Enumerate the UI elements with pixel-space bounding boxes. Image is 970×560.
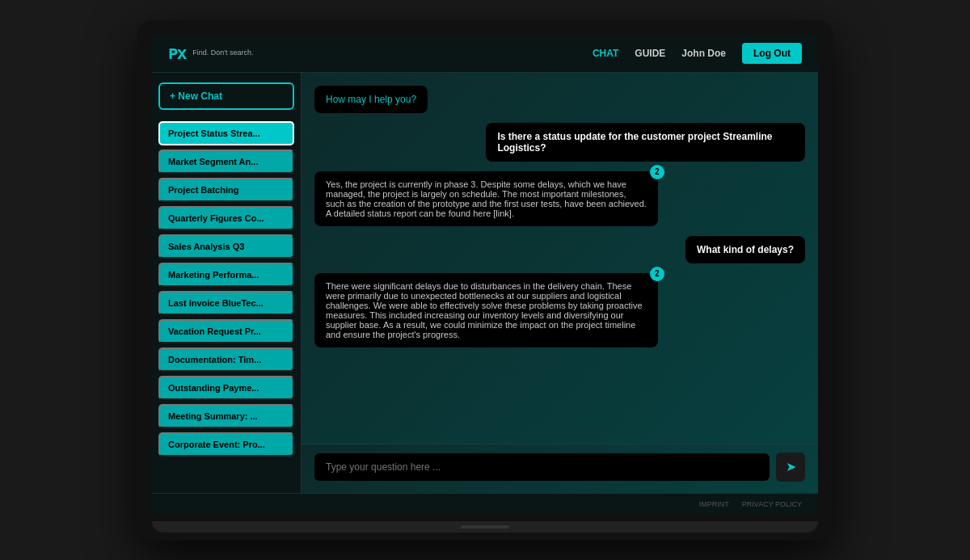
bot-response-1: 2 Yes, the project is currently in phase… xyxy=(314,171,658,226)
sidebar-item-6[interactable]: Last Invoice BlueTec... xyxy=(158,291,294,315)
logout-button[interactable]: Log Out xyxy=(742,43,802,64)
sidebar-item-7[interactable]: Vacation Request Pr... xyxy=(158,319,294,343)
logo-icon: ᴘx xyxy=(168,43,186,64)
source-badge-1: 2 xyxy=(650,165,664,179)
logo-tagline: Find. Don't search. xyxy=(192,48,253,57)
chat-area: How may I help you? Is there a status up… xyxy=(302,73,818,444)
sidebar-item-1[interactable]: Market Segment An... xyxy=(158,149,294,174)
send-icon: ➤ xyxy=(786,459,796,474)
main-layout: + New Chat Project Status Strea...Market… xyxy=(152,73,818,493)
sidebar-item-10[interactable]: Meeting Summary: ... xyxy=(158,404,294,428)
bot-response-2: 2 There were significant delays due to d… xyxy=(314,273,658,347)
user-message-1: Is there a status update for the custome… xyxy=(486,123,805,162)
sidebar: + New Chat Project Status Strea...Market… xyxy=(152,73,302,493)
bot-greeting-message: How may I help you? xyxy=(314,86,428,113)
sidebar-item-0[interactable]: Project Status Strea... xyxy=(158,121,294,145)
footer: IMPRINT PRIVACY POLICY xyxy=(152,493,818,515)
send-button[interactable]: ➤ xyxy=(776,453,805,482)
chat-input[interactable] xyxy=(314,453,770,481)
logo-area: ᴘx Find. Don't search. xyxy=(168,43,254,64)
user-name-label: John Doe xyxy=(681,48,726,59)
privacy-link[interactable]: PRIVACY POLICY xyxy=(742,500,802,508)
sidebar-item-8[interactable]: Documentation: Tim... xyxy=(158,347,294,372)
header: ᴘx Find. Don't search. CHAT GUIDE John D… xyxy=(152,35,818,73)
nav-chat-link[interactable]: CHAT xyxy=(593,48,618,59)
sidebar-item-4[interactable]: Sales Analysis Q3 xyxy=(158,234,294,259)
sidebar-item-3[interactable]: Quarterly Figures Co... xyxy=(158,206,294,230)
sidebar-item-9[interactable]: Outstanding Payme... xyxy=(158,376,294,400)
user-message-2: What kind of delays? xyxy=(685,236,805,263)
nav-guide-link[interactable]: GUIDE xyxy=(635,48,665,59)
sidebar-item-11[interactable]: Corporate Event: Pro... xyxy=(158,432,294,457)
nav-right: CHAT GUIDE John Doe Log Out xyxy=(593,43,802,64)
sidebar-item-5[interactable]: Marketing Performa... xyxy=(158,263,294,287)
chat-input-area: ➤ xyxy=(302,444,818,493)
new-chat-button[interactable]: + New Chat xyxy=(158,82,294,110)
source-badge-2: 2 xyxy=(650,267,664,281)
sidebar-item-2[interactable]: Project Batching xyxy=(158,178,294,202)
imprint-link[interactable]: IMPRINT xyxy=(699,500,729,508)
